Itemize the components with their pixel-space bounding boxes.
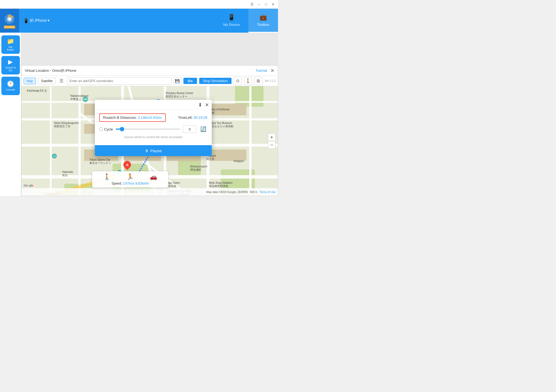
camera-button[interactable]: ⊙ <box>234 77 242 85</box>
sidebar-item-console[interactable]: 🕐 Console <box>1 77 20 95</box>
map-type-satellite-button[interactable]: Satellite <box>38 78 56 84</box>
vl-close-icon[interactable]: ✕ <box>270 68 274 74</box>
map-label-toymuseum: Tokyo Toy Museum東京おもちゃ美術館 <box>209 122 233 128</box>
cycle-slider[interactable] <box>116 129 180 130</box>
device-selector[interactable]: 📱 的 iPhone ▾ <box>19 18 215 23</box>
list-icon-button[interactable]: ☰ <box>58 77 65 85</box>
car-speed-icon[interactable]: 🚗 <box>150 173 157 181</box>
map-label-tokyoopera: Tokyo Opera City東京オペラシティ <box>89 158 111 165</box>
road-marker-302: 302 <box>83 97 88 102</box>
road-marker-14: 14 <box>52 154 57 158</box>
my-device-icon: 📱 <box>228 14 235 21</box>
tab-my-device-label: My Device <box>223 23 240 27</box>
stop-simulation-button[interactable]: Stop Simulation <box>199 78 232 84</box>
marker-a: A <box>123 161 131 169</box>
logo-icon <box>4 13 15 25</box>
map-label-ichigaya: Ichigaya <box>233 160 243 163</box>
clock-icon: 🕐 <box>7 80 14 88</box>
play-icon: ▶ <box>8 58 13 66</box>
title-bar: ☰ ─ □ ✕ <box>0 0 278 9</box>
svg-rect-16 <box>79 86 81 196</box>
sidebar-item-screen-mirror[interactable]: ▶ Screen MES <box>1 56 20 74</box>
sim-dialog-header: ⬇ ✕ <box>95 100 212 110</box>
sidebar-screen-label: Screen MES <box>5 67 16 72</box>
cycle-label: Cycle <box>104 127 113 131</box>
device-icon: 📱 <box>23 18 29 23</box>
tab-toolbox-label: Toolbox <box>257 23 269 27</box>
vl-titlebar: Virtual Location - Orion的 iPhone Tutoria… <box>21 66 278 76</box>
pause-button[interactable]: ⏸ Pause <box>95 145 212 156</box>
maximize-button[interactable]: □ <box>263 2 269 7</box>
walk-speed-icon[interactable]: 🚶 <box>103 173 111 181</box>
tab-toolbox[interactable]: 💼 Toolbox <box>248 9 278 33</box>
marker-a-shape: A <box>122 159 133 170</box>
cycle-radio[interactable]: Cycle <box>99 127 113 131</box>
sidebar-item-file-explorer[interactable]: 📁 FileExplor <box>1 35 20 54</box>
marker-a-label: A <box>126 163 128 167</box>
sidebar: 📁 FileExplor ▶ Screen MES 🕐 Console <box>0 33 21 196</box>
svg-rect-10 <box>235 86 264 107</box>
cycle-ab-button[interactable]: 🔄 <box>199 125 207 133</box>
nav-tabs: 📱 My Device 💼 Toolbox <box>215 9 278 33</box>
svg-point-2 <box>8 18 11 20</box>
map-label-shinjuku-bunka: Shinjuku Bunka Center新宿文化センター <box>165 92 193 98</box>
speed-value: 2.67m/s 9.62km/h <box>123 182 149 185</box>
pause-label: Pause <box>150 148 162 153</box>
map-area[interactable]: Kashiwagi ES 文 Nakanosakaue中野坂上 Seibu-Sh… <box>21 86 278 196</box>
map-label-meiji: Meiji Jingu Stadium明治神宮野球場 <box>209 181 233 188</box>
map-label-shinanomachi: ShinanomachiJR信濃町 <box>190 165 207 172</box>
svg-rect-20 <box>50 86 52 196</box>
zoom-in-button[interactable]: + <box>268 133 276 141</box>
device-name: 的 iPhone ▾ <box>30 18 49 23</box>
expand-button[interactable]: ⊞ <box>254 77 263 85</box>
window-controls: ☰ ─ □ ✕ <box>249 2 276 7</box>
time-left-value: 00:19:28 <box>193 116 207 120</box>
google-logo: Google <box>24 184 33 187</box>
walk-mode-button[interactable]: 🚶 <box>244 77 252 85</box>
download-icon[interactable]: ⬇ <box>198 102 202 108</box>
toolbox-icon: 💼 <box>260 14 267 21</box>
cycle-count: 0 <box>183 125 196 133</box>
time-left-label: TimeLeft: <box>178 116 193 120</box>
app-body: 📁 FileExplor ▶ Screen MES 🕐 Console Virt… <box>0 33 278 196</box>
speed-modes: 🚶 🏃 🚗 <box>95 173 165 181</box>
app-logo: Premium <box>0 9 19 33</box>
menu-button[interactable]: ☰ <box>249 2 255 7</box>
premium-badge: Premium <box>4 26 15 29</box>
sim-dialog-body: Route/A-B Distances: 3.14km/2.81km TimeL… <box>95 110 212 145</box>
zoom-out-button[interactable]: ─ <box>268 141 276 149</box>
map-data-text: Map data ©2018 Google, ZENRIN <box>206 191 248 194</box>
simulation-dialog: ⬇ ✕ Route/A-B Distances: 3.14km/2.81km T… <box>95 100 212 156</box>
cycle-slider-thumb <box>120 127 124 131</box>
map-type-map-button[interactable]: Map <box>24 78 36 84</box>
app-header: Premium 📱 的 iPhone ▾ 📱 My Device 💼 Toolb… <box>0 9 278 33</box>
speed-label: Speed: <box>112 182 122 185</box>
map-bottom-bar: Map data ©2018 Google, ZENRIN 500 m Term… <box>21 188 278 196</box>
mouse-wheel-hint: mouse wheel to control the times accurat… <box>99 135 207 139</box>
go-button[interactable]: Go <box>183 78 197 84</box>
map-scale: 500 m <box>250 191 257 194</box>
save-button[interactable]: 💾 <box>174 77 181 85</box>
speed-bar: 🚶 🏃 🚗 Speed: 2.67m/s 9.62km/h <box>92 171 168 188</box>
tutorial-link[interactable]: Tutorial <box>255 69 267 73</box>
sidebar-console-label: Console <box>6 89 15 91</box>
close-button[interactable]: ✕ <box>270 2 276 7</box>
sidebar-file-label: FileExplor <box>7 46 14 51</box>
route-distance-box: Route/A-B Distances: 3.14km/2.81km <box>99 113 166 122</box>
dialog-close-icon[interactable]: ✕ <box>205 102 209 108</box>
virtual-location-window: Virtual Location - Orion的 iPhone Tutoria… <box>21 65 278 196</box>
vl-title: Virtual Location - Orion的 iPhone <box>25 68 76 73</box>
map-zoom-controls: + ─ <box>268 133 276 149</box>
tab-my-device[interactable]: 📱 My Device <box>215 9 249 33</box>
map-label-kashiwagiES: Kashiwagi ES 文 <box>27 89 47 93</box>
map-terms: Terms of Use <box>260 191 276 194</box>
map-toolbar: Map Satellite ☰ 💾 Go Stop Simulation ⊙ 🚶… <box>21 76 278 86</box>
route-distance-label: Route/A-B Distances: <box>103 116 137 120</box>
cycle-radio-circle <box>99 127 103 131</box>
coords-input[interactable] <box>67 77 171 85</box>
run-speed-icon[interactable]: 🏃 <box>126 173 134 181</box>
pause-icon: ⏸ <box>145 148 149 153</box>
map-label-nishi: Nishi-Shinjukugocho西新宿五丁目 <box>54 122 79 128</box>
minimize-button[interactable]: ─ <box>256 2 262 7</box>
speed-text: Speed: 2.67m/s 9.62km/h <box>95 182 165 185</box>
